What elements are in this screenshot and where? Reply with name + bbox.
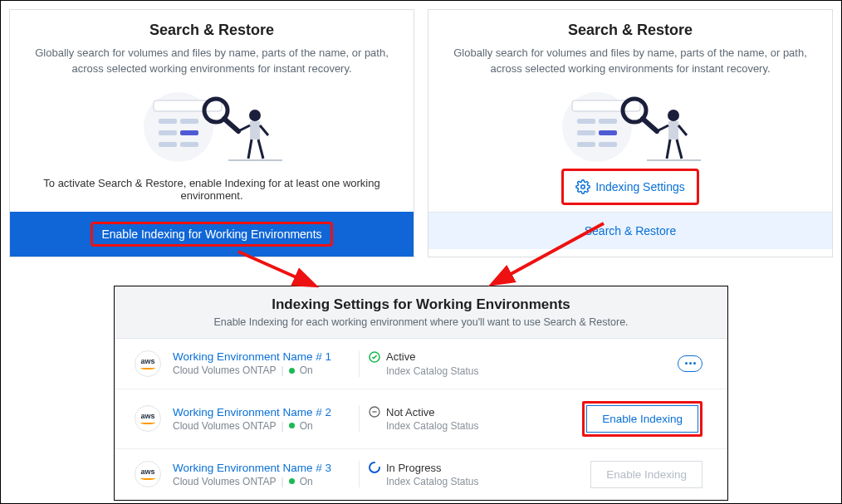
environment-name-link[interactable]: Working Environment Name # 1 [173,350,331,363]
aws-icon: aws [135,350,161,377]
svg-line-26 [643,119,657,131]
catalog-status-label: Index Catalog Status [386,420,516,432]
indexing-settings-panel: Indexing Settings for Working Environmen… [114,286,728,501]
svg-point-10 [249,110,261,121]
search-restore-card-left: Search & Restore Globally search for vol… [9,9,414,257]
catalog-status-label: Index Catalog Status [386,476,516,487]
status-line: In Progress [368,461,516,474]
aws-icon: aws [135,405,161,432]
svg-point-34 [581,184,585,188]
card-content: Search & Restore Globally search for vol… [428,10,832,212]
indexing-settings-label: Indexing Settings [595,180,684,193]
card-description: Globally search for volumes and files by… [445,46,815,77]
env-info: Working Environment Name # 2 Cloud Volum… [173,406,331,432]
svg-line-29 [657,125,668,131]
env-info: Working Environment Name # 3 Cloud Volum… [173,462,331,487]
svg-line-9 [224,119,238,131]
platform-label: Cloud Volumes ONTAP [173,420,277,432]
button-label: Enable Indexing for Working Environments [101,228,321,241]
card-content: Search & Restore Globally search for vol… [10,10,414,169]
environment-subtext: Cloud Volumes ONTAP | On [173,365,331,376]
card-title: Search & Restore [445,22,815,39]
svg-rect-6 [159,142,177,147]
svg-rect-18 [572,100,640,111]
spinner-icon [368,461,381,474]
environment-name-link[interactable]: Working Environment Name # 3 [173,462,331,474]
minus-circle-icon [368,405,381,418]
svg-rect-2 [159,119,177,124]
highlight-box: Enable Indexing [582,401,702,437]
search-illustration [445,86,815,169]
svg-rect-5 [180,130,198,135]
svg-rect-19 [577,119,595,124]
status-text: Not Active [386,406,435,418]
environment-name-link[interactable]: Working Environment Name # 2 [173,406,331,418]
status-dot-icon [289,368,295,374]
on-label: On [300,420,313,432]
environment-row: aws Working Environment Name # 2 Cloud V… [115,389,727,449]
on-label: On [300,365,313,376]
row-right: Enable Indexing [516,461,707,488]
search-restore-card-right: Search & Restore Globally search for vol… [428,9,833,257]
on-label: On [300,476,313,487]
svg-point-27 [668,110,679,121]
row-right [516,355,707,372]
catalog-status-label: Index Catalog Status [386,365,516,377]
svg-line-31 [667,139,670,159]
card-description: Globally search for volumes and files by… [27,46,397,77]
search-illustration-svg [539,86,722,169]
svg-rect-28 [668,121,678,139]
svg-rect-22 [599,130,617,135]
row-middle: Not Active Index Catalog Status [359,405,516,432]
search-illustration [27,86,397,169]
panel-title: Indexing Settings for Working Environmen… [131,296,711,313]
more-actions-button[interactable] [678,355,702,372]
panel-subtitle: Enable Indexing for each working environ… [131,316,711,328]
svg-rect-11 [250,121,260,139]
enable-indexing-environments-button[interactable]: Enable Indexing for Working Environments [10,212,414,257]
environment-subtext: Cloud Volumes ONTAP | On [173,476,331,487]
svg-line-13 [260,125,268,135]
highlight-box: Indexing Settings [561,169,698,205]
highlight-box: Enable Indexing for Working Environments [91,222,332,247]
enable-indexing-button-disabled: Enable Indexing [590,461,702,488]
svg-line-30 [678,125,687,135]
status-dot-icon [289,478,295,484]
svg-rect-4 [159,130,177,135]
environment-subtext: Cloud Volumes ONTAP | On [173,420,331,432]
row-right: Enable Indexing [516,401,707,437]
environment-row: aws Working Environment Name # 1 Cloud V… [115,339,727,389]
platform-label: Cloud Volumes ONTAP [173,476,277,487]
svg-line-32 [677,139,682,159]
platform-label: Cloud Volumes ONTAP [173,365,277,376]
page-container: Search & Restore Globally search for vol… [0,0,842,504]
environment-row: aws Working Environment Name # 3 Cloud V… [115,449,727,500]
activation-instruction: To activate Search & Restore, enable Ind… [10,169,414,212]
aws-icon: aws [135,461,161,487]
row-middle: Active Index Catalog Status [359,350,516,377]
search-illustration-svg [120,86,303,169]
status-line: Not Active [368,405,516,418]
check-circle-icon [368,350,381,364]
svg-line-12 [238,125,250,131]
enable-indexing-button[interactable]: Enable Indexing [586,405,698,433]
svg-rect-20 [599,119,617,124]
status-line: Active [368,350,516,364]
gear-icon [575,179,590,194]
row-left: aws Working Environment Name # 1 Cloud V… [135,350,359,377]
svg-rect-23 [577,142,595,147]
row-middle: In Progress Index Catalog Status [359,461,516,487]
row-left: aws Working Environment Name # 3 Cloud V… [135,461,359,487]
primary-button-container: Enable Indexing for Working Environments [10,212,414,257]
svg-rect-21 [577,130,595,135]
search-restore-label: Search & Restore [585,224,677,237]
search-restore-link[interactable]: Search & Restore [428,212,832,249]
svg-rect-24 [599,142,617,147]
enable-label: Enable Indexing [606,468,687,481]
panel-header: Indexing Settings for Working Environmen… [115,286,727,339]
svg-rect-7 [180,142,198,147]
svg-line-15 [258,139,263,159]
svg-line-14 [248,139,252,159]
status-text: In Progress [386,462,441,474]
indexing-settings-link[interactable]: Indexing Settings [564,171,696,203]
